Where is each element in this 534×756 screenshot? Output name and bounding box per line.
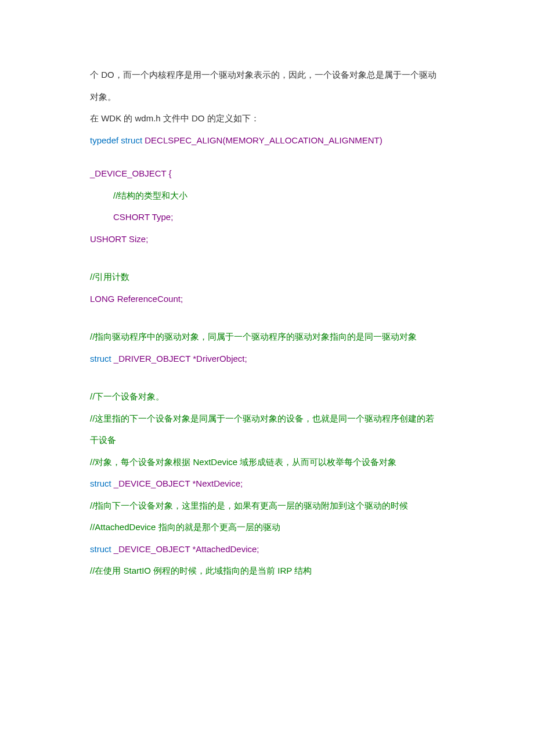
code-segment: CSHORT Type; xyxy=(113,212,173,222)
code-line: 在 WDK 的 wdm.h 文件中 DO 的定义如下： xyxy=(90,107,444,129)
code-line: //这里指的下一个设备对象是同属于一个驱动对象的设备，也就是同一个驱动程序创建的… xyxy=(90,408,444,430)
code-segment: //引用计数 xyxy=(90,272,129,282)
code-line: //对象，每个设备对象根据 NextDevice 域形成链表，从而可以枚举每个设… xyxy=(90,451,444,473)
code-line: struct _DEVICE_OBJECT *NextDevice; xyxy=(90,473,444,495)
code-segment: 在 WDK 的 wdm.h 文件中 DO 的定义如下： xyxy=(90,113,259,123)
code-segment: //指向下一个设备对象，这里指的是，如果有更高一层的驱动附加到这个驱动的时候 xyxy=(90,501,408,510)
code-line: //引用计数 xyxy=(90,266,444,288)
code-line: 干设备 xyxy=(90,429,444,451)
code-line: CSHORT Type; xyxy=(90,206,444,228)
code-line: 对象。 xyxy=(90,86,444,108)
code-segment: //下一个设备对象。 xyxy=(90,391,164,401)
code-segment: //指向驱动程序中的驱动对象，同属于一个驱动程序的驱动对象指向的是同一驱动对象 xyxy=(90,332,417,341)
document-page: 个 DO，而一个内核程序是用一个驱动对象表示的，因此，一个设备对象总是属于一个驱… xyxy=(0,0,534,628)
code-line: LONG ReferenceCount; xyxy=(90,288,444,310)
code-segment: DECLSPEC_ALIGN(MEMORY_ALLOCATION_ALIGNME… xyxy=(142,135,383,145)
code-line: //下一个设备对象。 xyxy=(90,386,444,408)
code-segment: LONG ReferenceCount; xyxy=(90,294,183,304)
code-line: 个 DO，而一个内核程序是用一个驱动对象表示的，因此，一个设备对象总是属于一个驱… xyxy=(90,64,444,86)
code-line xyxy=(90,309,444,326)
code-line xyxy=(90,250,444,266)
code-segment: _DRIVER_OBJECT *DriverObject; xyxy=(111,354,247,363)
code-line: typedef struct DECLSPEC_ALIGN(MEMORY_ALL… xyxy=(90,129,444,152)
code-segment: struct xyxy=(90,478,111,488)
code-line: //在使用 StartIO 例程的时候，此域指向的是当前 IRP 结构 xyxy=(90,560,444,582)
code-segment: //对象，每个设备对象根据 NextDevice 域形成链表，从而可以枚举每个设… xyxy=(90,457,396,467)
code-segment: //AttachedDevice 指向的就是那个更高一层的驱动 xyxy=(90,522,280,532)
code-segment: 干设备 xyxy=(90,435,116,445)
code-segment: USHORT Size; xyxy=(90,234,148,244)
code-segment: 个 DO，而一个内核程序是用一个驱动对象表示的，因此，一个设备对象总是属于一个驱… xyxy=(90,70,436,80)
code-segment: struct xyxy=(90,354,111,363)
code-segment: _DEVICE_OBJECT *NextDevice; xyxy=(111,478,243,488)
code-line: //结构的类型和大小 xyxy=(90,185,444,207)
code-line: //指向下一个设备对象，这里指的是，如果有更高一层的驱动附加到这个驱动的时候 xyxy=(90,495,444,517)
code-line: //指向驱动程序中的驱动对象，同属于一个驱动程序的驱动对象指向的是同一驱动对象 xyxy=(90,326,444,348)
code-line: USHORT Size; xyxy=(90,228,444,250)
code-segment: //在使用 StartIO 例程的时候，此域指向的是当前 IRP 结构 xyxy=(90,566,312,575)
code-segment: //结构的类型和大小 xyxy=(113,190,187,200)
code-segment: _DEVICE_OBJECT { xyxy=(90,168,172,178)
code-line xyxy=(90,369,444,386)
code-segment: typedef struct xyxy=(90,135,142,145)
code-segment: 对象。 xyxy=(90,92,116,102)
code-segment: _DEVICE_OBJECT *AttachedDevice; xyxy=(111,544,259,554)
code-segment: //这里指的下一个设备对象是同属于一个驱动对象的设备，也就是同一个驱动程序创建的… xyxy=(90,413,434,423)
code-line: struct _DEVICE_OBJECT *AttachedDevice; xyxy=(90,538,444,560)
code-line xyxy=(90,151,444,163)
code-line: struct _DRIVER_OBJECT *DriverObject; xyxy=(90,348,444,370)
code-segment: struct xyxy=(90,544,111,554)
code-line: //AttachedDevice 指向的就是那个更高一层的驱动 xyxy=(90,516,444,538)
code-line: _DEVICE_OBJECT { xyxy=(90,163,444,185)
